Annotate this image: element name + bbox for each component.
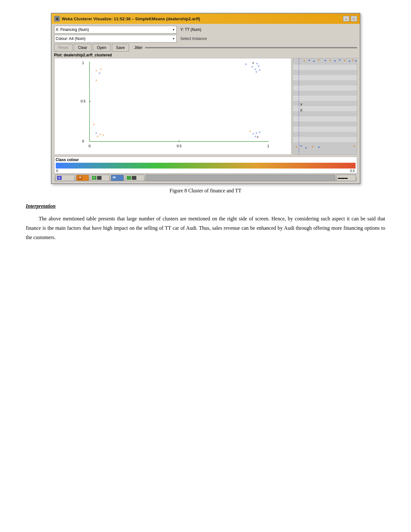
- svg-rect-34: [293, 127, 357, 132]
- colour-row: Colour: A4 (Num) ▼ Select Instance: [54, 35, 357, 43]
- svg-text:×: ×: [99, 132, 101, 136]
- svg-text:×: ×: [245, 62, 247, 66]
- svg-rect-35: [293, 137, 357, 142]
- app-icon: 🖥: [54, 16, 60, 22]
- svg-point-49: [352, 60, 353, 61]
- side-panel: Y X: [293, 58, 357, 155]
- svg-point-51: [296, 146, 297, 148]
- article-section: Interpretation The above mentioned table…: [26, 203, 385, 242]
- xy-row: X: Financing (Num) ▼ Y: TT (Num): [54, 26, 357, 34]
- taskbar-icon-3b: [97, 176, 102, 180]
- x-label-right: 1: [267, 144, 269, 148]
- svg-point-42: [318, 59, 319, 61]
- svg-rect-29: [293, 75, 357, 80]
- colour-dropdown[interactable]: Colour: A4 (Num) ▼: [54, 35, 177, 43]
- y-label: Y: TT (Num): [178, 27, 201, 32]
- svg-text:×: ×: [252, 132, 254, 136]
- class-colour-label: Class colour: [56, 158, 356, 162]
- svg-text:×: ×: [251, 65, 253, 69]
- svg-text:×: ×: [258, 64, 259, 68]
- svg-text:Y: Y: [300, 103, 303, 107]
- colour-dropdown-arrow: ▼: [172, 37, 175, 40]
- article-paragraph: The above mentioned table presents that …: [26, 214, 385, 242]
- taskbar-icon-3: X: [92, 176, 96, 180]
- taskbar-item-4[interactable]: 🗺: [111, 175, 124, 181]
- svg-point-43: [325, 60, 326, 61]
- figure-caption: Figure 8 Cluster of finance and TT: [170, 188, 241, 194]
- figure-container: 🖥 Weka Clusterer Visualize: 11:52:38 – S…: [26, 13, 385, 194]
- svg-point-41: [313, 61, 315, 62]
- svg-text:×: ×: [257, 135, 259, 139]
- taskbar-item-3[interactable]: X: [90, 175, 110, 181]
- svg-text:×: ×: [98, 71, 100, 75]
- svg-point-55: [318, 147, 319, 148]
- colour-bar: [56, 163, 356, 169]
- weka-titlebar: 🖥 Weka Clusterer Visualize: 11:52:38 – S…: [52, 14, 360, 24]
- save-button[interactable]: Save: [112, 44, 129, 52]
- taskbar-item-7[interactable]: ▬▬▬: [337, 175, 356, 181]
- taskbar: ▤ 🗺 X 🗺: [54, 174, 357, 181]
- svg-text:×: ×: [93, 122, 94, 126]
- weka-window: 🖥 Weka Clusterer Visualize: 11:52:38 – S…: [51, 13, 360, 184]
- clear-button[interactable]: Clear: [74, 44, 92, 52]
- svg-rect-28: [293, 65, 357, 70]
- svg-point-50: [355, 60, 357, 62]
- svg-rect-33: [293, 116, 357, 121]
- plot-area: 1 0.5 0 0 0.5 1 × × × ×: [54, 58, 357, 155]
- button-row: Reset Clear Open Save Jitter: [54, 44, 357, 52]
- svg-text:X: X: [300, 108, 303, 112]
- svg-text:×: ×: [100, 67, 102, 71]
- svg-point-48: [349, 61, 350, 62]
- taskbar-item-6[interactable]: [146, 175, 335, 181]
- taskbar-icon-5b: [132, 176, 136, 180]
- svg-text:×: ×: [259, 130, 260, 134]
- side-panel-svg: Y X: [293, 58, 357, 155]
- maximize-button[interactable]: □: [351, 16, 357, 22]
- svg-point-39: [304, 60, 305, 62]
- colour-axis-left: 0: [56, 169, 58, 173]
- taskbar-item-2[interactable]: 🗺: [76, 175, 89, 181]
- svg-rect-30: [293, 85, 357, 91]
- jitter-row: Jitter: [130, 45, 357, 50]
- taskbar-item-1[interactable]: ▤: [55, 175, 75, 181]
- x-label-left: 0: [88, 144, 90, 148]
- svg-text:×: ×: [255, 70, 257, 74]
- colour-axis-right: 0.5: [350, 169, 355, 173]
- jitter-label: Jitter: [134, 45, 142, 50]
- window-controls[interactable]: – □: [343, 16, 357, 22]
- x-dropdown-arrow: ▼: [172, 28, 175, 31]
- plot-title: Plot: dealership2.arff_clustered: [54, 53, 357, 57]
- svg-text:×: ×: [252, 61, 254, 65]
- svg-text:×: ×: [259, 68, 260, 72]
- svg-text:×: ×: [96, 134, 98, 138]
- svg-point-53: [305, 147, 307, 149]
- jitter-slider[interactable]: [145, 47, 357, 48]
- svg-point-44: [329, 60, 331, 61]
- class-colour-section: Class colour 0 0.5: [54, 157, 357, 174]
- svg-text:×: ×: [95, 69, 97, 73]
- titlebar-left: 🖥 Weka Clusterer Visualize: 11:52:38 – S…: [54, 16, 200, 22]
- taskbar-icon-1: ▤: [57, 176, 62, 180]
- scatter-plot[interactable]: 1 0.5 0 0 0.5 1 × × × ×: [54, 58, 291, 155]
- select-instance-label: Select Instance: [178, 36, 207, 41]
- taskbar-item-5[interactable]: [125, 175, 144, 181]
- svg-text:×: ×: [95, 78, 97, 82]
- svg-rect-32: [293, 106, 357, 111]
- svg-text:×: ×: [102, 133, 104, 137]
- colour-axis: 0 0.5: [56, 169, 356, 173]
- y-label-mid: 0.5: [81, 99, 85, 103]
- minimize-button[interactable]: –: [343, 16, 349, 22]
- reset-button[interactable]: Reset: [54, 44, 73, 52]
- svg-point-40: [308, 60, 310, 61]
- svg-point-54: [312, 146, 313, 147]
- svg-text:×: ×: [249, 129, 251, 133]
- svg-point-45: [334, 60, 336, 62]
- open-button[interactable]: Open: [93, 44, 111, 52]
- x-dropdown[interactable]: X: Financing (Num) ▼: [54, 26, 177, 34]
- svg-point-46: [339, 59, 340, 61]
- scatter-svg: 1 0.5 0 0 0.5 1 × × × ×: [54, 58, 291, 154]
- taskbar-icon-5: [127, 176, 131, 180]
- y-label-top: 1: [82, 61, 84, 65]
- svg-point-47: [344, 60, 345, 61]
- svg-point-56: [354, 146, 355, 147]
